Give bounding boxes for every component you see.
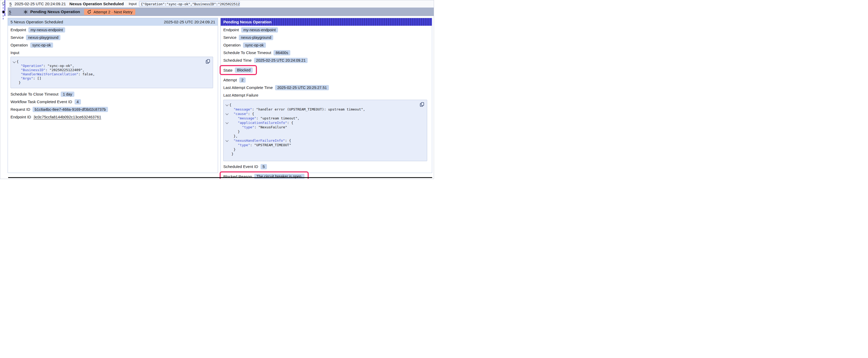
event-id-link[interactable]: 5 bbox=[9, 2, 11, 6]
event-detail-title: 5 Nexus Operation Scheduled bbox=[10, 20, 63, 24]
field-row: Scheduled Time2025-02-25 UTC 20:24:09.21 bbox=[223, 57, 429, 64]
field-row: Endpointmy-nexus-endpoint bbox=[10, 26, 215, 34]
code-text: "HandlerWaitForCancellation": false, bbox=[17, 72, 95, 76]
field-value-chip: 5 bbox=[260, 164, 267, 169]
bottom-divider bbox=[8, 177, 432, 178]
code-gutter bbox=[225, 111, 229, 116]
annotation-highlight-box: Blocked ReasonThe circuit breaker is ope… bbox=[220, 171, 309, 179]
field-label: Service bbox=[223, 35, 237, 40]
code-line: "type": "UPSTREAM_TIMEOUT" bbox=[225, 143, 416, 147]
copy-icon[interactable] bbox=[205, 59, 211, 64]
code-line: } bbox=[225, 147, 416, 152]
json-text: : "NexusFailure" bbox=[254, 125, 287, 129]
code-gutter bbox=[225, 147, 229, 152]
retry-badge-label: Attempt 2 · Next Retry bbox=[94, 10, 132, 14]
field-label: State bbox=[223, 68, 232, 72]
field-label: Last Attempt Complete Time bbox=[223, 85, 273, 90]
field-row: Endpoint ID3c0c75ccfa8144b092c13ce632463… bbox=[10, 113, 215, 121]
code-text: "message": "handler error (UPSTREAM_TIME… bbox=[229, 107, 365, 111]
code-gutter bbox=[12, 76, 17, 80]
event-name: Nexus Operation Scheduled bbox=[69, 2, 124, 6]
field-value-chip: my-nexus-endpoint bbox=[241, 27, 278, 33]
retry-arrow-icon bbox=[87, 10, 91, 14]
code-gutter bbox=[12, 60, 17, 64]
field-row: Servicenexus-playground bbox=[223, 34, 429, 41]
json-text: : "sync-op-ok", bbox=[43, 64, 74, 68]
code-gutter bbox=[225, 143, 229, 147]
code-line: { bbox=[12, 60, 202, 64]
field-row: Scheduled Event ID5 bbox=[223, 163, 429, 170]
json-text: : "UPSTREAM_TIMEOUT" bbox=[250, 143, 291, 147]
json-key: "type" bbox=[242, 125, 254, 129]
chevron-down-icon[interactable] bbox=[226, 121, 228, 124]
code-gutter bbox=[225, 121, 229, 125]
code-gutter bbox=[12, 64, 17, 68]
event-timestamp: 2025-02-25 UTC 20:24:09.21 bbox=[14, 2, 66, 6]
json-text: : false, bbox=[78, 72, 95, 76]
event-history-screen: 5 2025-02-25 UTC 20:24:09.21 Nexus Opera… bbox=[0, 0, 434, 179]
input-json-block: {"Operation": "sync-op-ok","BusinessID":… bbox=[10, 57, 213, 88]
event-id-link[interactable]: 5 bbox=[9, 10, 11, 14]
circle-outline-icon[interactable] bbox=[2, 2, 5, 5]
pending-operation-header: Pending Nexus Operation bbox=[221, 18, 432, 26]
annotation-highlight-box: StateBlocked bbox=[220, 65, 257, 75]
chevron-down-icon[interactable] bbox=[13, 60, 16, 63]
code-text: { bbox=[229, 103, 231, 107]
field-row: Last Attempt Complete Time2025-02-25 UTC… bbox=[223, 84, 429, 91]
field-row: Attempt2 bbox=[223, 76, 429, 84]
code-line: "Operation": "sync-op-ok", bbox=[12, 64, 202, 68]
json-text: } bbox=[234, 148, 236, 152]
failure-json-block: {"message": "handler error (UPSTREAM_TIM… bbox=[223, 100, 427, 161]
field-value-link[interactable]: 3c0c75ccfa8144b092c13ce632463761 bbox=[33, 115, 101, 119]
field-row: Schedule To Close Timeout1 day bbox=[10, 90, 215, 98]
field-label: Scheduled Event ID bbox=[223, 164, 258, 169]
chevron-down-icon[interactable] bbox=[226, 112, 228, 115]
field-value-chip: Blocked bbox=[235, 67, 253, 73]
code-line: "applicationFailureInfo": { bbox=[225, 121, 416, 125]
code-line: } bbox=[225, 129, 416, 134]
json-text: : "handler error (UPSTREAM_TIMEOUT): ups… bbox=[252, 107, 365, 111]
dot-filled-icon[interactable] bbox=[2, 11, 5, 13]
chevron-down-icon[interactable] bbox=[226, 103, 228, 106]
annotation-wrap: Blocked ReasonThe circuit breaker is ope… bbox=[220, 171, 309, 179]
json-key: "HandlerWaitForCancellation" bbox=[21, 72, 78, 76]
code-text: "nexusHandlerFailureInfo": { bbox=[229, 138, 291, 143]
field-label: Schedule To Close Timeout bbox=[223, 51, 271, 55]
pending-operation-row[interactable]: 5 Pending Nexus Operation Attempt 2 · Ne… bbox=[8, 8, 434, 16]
code-text: "type": "NexusFailure" bbox=[229, 125, 287, 129]
json-text: { bbox=[229, 103, 231, 107]
field-row: Workflow Task Completed Event ID4 bbox=[10, 98, 215, 105]
field-label: Scheduled Time bbox=[223, 58, 252, 62]
code-gutter bbox=[225, 138, 229, 143]
json-key: "message" bbox=[234, 107, 252, 111]
json-text: : "upstream timeout", bbox=[256, 116, 299, 120]
code-text: "BusinessID": "20250225122409", bbox=[17, 68, 85, 72]
code-text: } bbox=[229, 152, 234, 156]
field-row: Request IDb1c6a4bc-8ee7-468a-9169-df3b02… bbox=[10, 105, 215, 113]
code-gutter bbox=[225, 125, 229, 129]
code-gutter bbox=[225, 152, 229, 156]
field-label: Operation bbox=[223, 43, 241, 47]
code-gutter bbox=[225, 134, 229, 138]
field-label: Input bbox=[10, 51, 19, 55]
code-text: "message": "upstream timeout", bbox=[229, 116, 300, 121]
copy-icon[interactable] bbox=[419, 102, 425, 107]
event-row-scheduled[interactable]: 5 2025-02-25 UTC 20:24:09.21 Nexus Opera… bbox=[8, 0, 434, 8]
event-detail-timestamp: 2025-02-25 UTC 20:24:09.21 bbox=[164, 20, 215, 24]
code-gutter bbox=[12, 68, 17, 72]
json-key: "nexusHandlerFailureInfo" bbox=[234, 138, 285, 142]
pending-operation-panel: Pending Nexus Operation Endpointmy-nexus… bbox=[220, 18, 432, 173]
field-value-chip: nexus-playground bbox=[239, 35, 273, 40]
pending-operation-header-title: Pending Nexus Operation bbox=[223, 20, 271, 24]
chevron-down-icon[interactable] bbox=[226, 139, 228, 142]
field-value-chip: 86400s bbox=[274, 50, 290, 55]
field-label: Endpoint ID bbox=[10, 115, 31, 119]
code-line: "Args": [] bbox=[12, 76, 202, 80]
json-text: : [] bbox=[33, 76, 41, 80]
json-text: { bbox=[17, 60, 19, 64]
pending-operation-title: Pending Nexus Operation bbox=[30, 9, 80, 14]
event-detail-fields: Endpointmy-nexus-endpointServicenexus-pl… bbox=[10, 26, 215, 57]
code-text: } bbox=[229, 129, 240, 134]
field-label: Endpoint bbox=[223, 28, 239, 32]
code-line: } bbox=[225, 152, 416, 156]
